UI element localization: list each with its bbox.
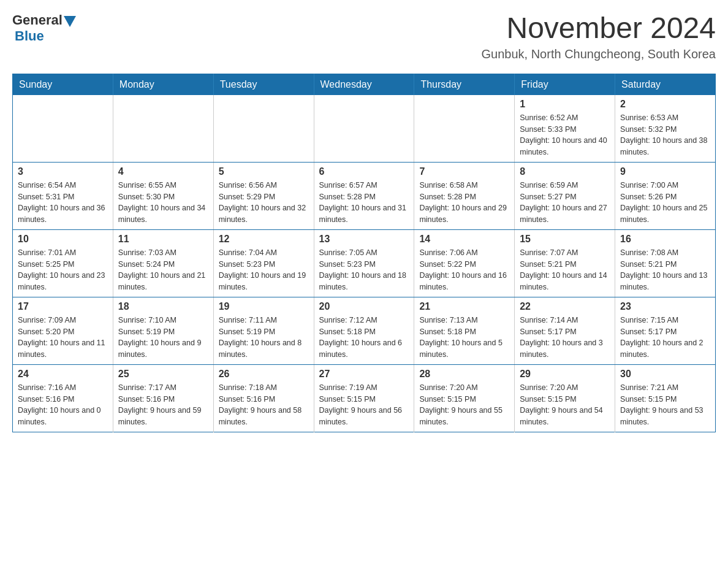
day-number: 3 [18, 166, 108, 177]
day-number: 20 [319, 301, 409, 312]
calendar-cell: 5Sunrise: 6:56 AM Sunset: 5:29 PM Daylig… [213, 162, 314, 229]
calendar-cell: 25Sunrise: 7:17 AM Sunset: 5:16 PM Dayli… [113, 364, 213, 432]
calendar-week-row: 1Sunrise: 6:52 AM Sunset: 5:33 PM Daylig… [13, 95, 716, 163]
day-number: 12 [219, 234, 309, 245]
day-info: Sunrise: 6:58 AM Sunset: 5:28 PM Dayligh… [419, 180, 509, 226]
day-number: 23 [620, 301, 710, 312]
weekday-header-friday: Friday [515, 74, 615, 95]
calendar-cell: 30Sunrise: 7:21 AM Sunset: 5:15 PM Dayli… [615, 364, 716, 432]
day-number: 30 [620, 369, 710, 380]
calendar-cell: 3Sunrise: 6:54 AM Sunset: 5:31 PM Daylig… [13, 162, 113, 229]
location-title: Gunbuk, North Chungcheong, South Korea [482, 47, 716, 61]
day-number: 28 [419, 369, 509, 380]
calendar-cell: 29Sunrise: 7:20 AM Sunset: 5:15 PM Dayli… [515, 364, 615, 432]
calendar-cell [113, 95, 213, 163]
calendar-cell: 8Sunrise: 6:59 AM Sunset: 5:27 PM Daylig… [515, 162, 615, 229]
calendar-week-row: 17Sunrise: 7:09 AM Sunset: 5:20 PM Dayli… [13, 297, 716, 364]
calendar-cell: 1Sunrise: 6:52 AM Sunset: 5:33 PM Daylig… [515, 95, 615, 163]
calendar-cell: 19Sunrise: 7:11 AM Sunset: 5:19 PM Dayli… [213, 297, 314, 364]
weekday-header-wednesday: Wednesday [314, 74, 414, 95]
calendar-cell: 10Sunrise: 7:01 AM Sunset: 5:25 PM Dayli… [13, 229, 113, 297]
calendar-cell: 14Sunrise: 7:06 AM Sunset: 5:22 PM Dayli… [414, 229, 515, 297]
day-number: 15 [520, 234, 610, 245]
day-info: Sunrise: 7:12 AM Sunset: 5:18 PM Dayligh… [319, 315, 409, 361]
calendar-cell: 21Sunrise: 7:13 AM Sunset: 5:18 PM Dayli… [414, 297, 515, 364]
page-header: General Blue November 2024 Gunbuk, North… [12, 12, 716, 61]
calendar-cell: 9Sunrise: 7:00 AM Sunset: 5:26 PM Daylig… [615, 162, 716, 229]
calendar-cell [213, 95, 314, 163]
day-info: Sunrise: 7:14 AM Sunset: 5:17 PM Dayligh… [520, 315, 610, 361]
calendar-cell [13, 95, 113, 163]
day-number: 8 [520, 166, 610, 177]
calendar-cell [314, 95, 414, 163]
day-number: 19 [219, 301, 309, 312]
day-info: Sunrise: 7:01 AM Sunset: 5:25 PM Dayligh… [18, 247, 108, 293]
day-number: 16 [620, 234, 710, 245]
day-number: 1 [520, 99, 610, 110]
day-number: 17 [18, 301, 108, 312]
title-block: November 2024 Gunbuk, North Chungcheong,… [482, 12, 716, 61]
calendar-cell: 4Sunrise: 6:55 AM Sunset: 5:30 PM Daylig… [113, 162, 213, 229]
weekday-header-thursday: Thursday [414, 74, 515, 95]
day-info: Sunrise: 6:53 AM Sunset: 5:32 PM Dayligh… [620, 112, 710, 158]
calendar-cell: 28Sunrise: 7:20 AM Sunset: 5:15 PM Dayli… [414, 364, 515, 432]
day-info: Sunrise: 7:13 AM Sunset: 5:18 PM Dayligh… [419, 315, 509, 361]
calendar-cell: 15Sunrise: 7:07 AM Sunset: 5:21 PM Dayli… [515, 229, 615, 297]
calendar-cell: 16Sunrise: 7:08 AM Sunset: 5:21 PM Dayli… [615, 229, 716, 297]
calendar-cell: 17Sunrise: 7:09 AM Sunset: 5:20 PM Dayli… [13, 297, 113, 364]
day-info: Sunrise: 7:11 AM Sunset: 5:19 PM Dayligh… [219, 315, 309, 361]
day-info: Sunrise: 7:00 AM Sunset: 5:26 PM Dayligh… [620, 180, 710, 226]
calendar-cell: 12Sunrise: 7:04 AM Sunset: 5:23 PM Dayli… [213, 229, 314, 297]
day-info: Sunrise: 6:52 AM Sunset: 5:33 PM Dayligh… [520, 112, 610, 158]
calendar-cell: 23Sunrise: 7:15 AM Sunset: 5:17 PM Dayli… [615, 297, 716, 364]
day-number: 22 [520, 301, 610, 312]
day-number: 7 [419, 166, 509, 177]
day-number: 9 [620, 166, 710, 177]
day-number: 2 [620, 99, 710, 110]
day-number: 29 [520, 369, 610, 380]
calendar-cell: 2Sunrise: 6:53 AM Sunset: 5:32 PM Daylig… [615, 95, 716, 163]
calendar-cell: 24Sunrise: 7:16 AM Sunset: 5:16 PM Dayli… [13, 364, 113, 432]
logo-arrow-icon [64, 16, 76, 27]
logo-general-text: General [12, 12, 63, 28]
calendar-cell: 11Sunrise: 7:03 AM Sunset: 5:24 PM Dayli… [113, 229, 213, 297]
day-info: Sunrise: 6:57 AM Sunset: 5:28 PM Dayligh… [319, 180, 409, 226]
logo: General Blue [12, 12, 76, 44]
day-number: 18 [118, 301, 208, 312]
day-number: 6 [319, 166, 409, 177]
day-number: 11 [118, 234, 208, 245]
calendar-cell: 7Sunrise: 6:58 AM Sunset: 5:28 PM Daylig… [414, 162, 515, 229]
weekday-header-tuesday: Tuesday [213, 74, 314, 95]
day-info: Sunrise: 7:10 AM Sunset: 5:19 PM Dayligh… [118, 315, 208, 361]
day-info: Sunrise: 7:06 AM Sunset: 5:22 PM Dayligh… [419, 247, 509, 293]
day-number: 21 [419, 301, 509, 312]
month-title: November 2024 [482, 12, 716, 45]
day-info: Sunrise: 7:20 AM Sunset: 5:15 PM Dayligh… [419, 382, 509, 428]
day-number: 13 [319, 234, 409, 245]
day-number: 26 [219, 369, 309, 380]
weekday-header-sunday: Sunday [13, 74, 113, 95]
day-info: Sunrise: 7:03 AM Sunset: 5:24 PM Dayligh… [118, 247, 208, 293]
day-number: 27 [319, 369, 409, 380]
day-number: 14 [419, 234, 509, 245]
calendar-table: SundayMondayTuesdayWednesdayThursdayFrid… [12, 74, 716, 432]
calendar-week-row: 3Sunrise: 6:54 AM Sunset: 5:31 PM Daylig… [13, 162, 716, 229]
calendar-week-row: 24Sunrise: 7:16 AM Sunset: 5:16 PM Dayli… [13, 364, 716, 432]
day-info: Sunrise: 6:55 AM Sunset: 5:30 PM Dayligh… [118, 180, 208, 226]
day-info: Sunrise: 7:18 AM Sunset: 5:16 PM Dayligh… [219, 382, 309, 428]
day-info: Sunrise: 7:07 AM Sunset: 5:21 PM Dayligh… [520, 247, 610, 293]
weekday-header-saturday: Saturday [615, 74, 716, 95]
day-number: 24 [18, 369, 108, 380]
day-number: 5 [219, 166, 309, 177]
day-info: Sunrise: 7:05 AM Sunset: 5:23 PM Dayligh… [319, 247, 409, 293]
day-info: Sunrise: 6:59 AM Sunset: 5:27 PM Dayligh… [520, 180, 610, 226]
day-info: Sunrise: 7:08 AM Sunset: 5:21 PM Dayligh… [620, 247, 710, 293]
day-number: 10 [18, 234, 108, 245]
day-info: Sunrise: 7:19 AM Sunset: 5:15 PM Dayligh… [319, 382, 409, 428]
day-number: 4 [118, 166, 208, 177]
day-info: Sunrise: 7:21 AM Sunset: 5:15 PM Dayligh… [620, 382, 710, 428]
day-info: Sunrise: 7:17 AM Sunset: 5:16 PM Dayligh… [118, 382, 208, 428]
day-info: Sunrise: 7:09 AM Sunset: 5:20 PM Dayligh… [18, 315, 108, 361]
day-info: Sunrise: 6:54 AM Sunset: 5:31 PM Dayligh… [18, 180, 108, 226]
calendar-cell: 18Sunrise: 7:10 AM Sunset: 5:19 PM Dayli… [113, 297, 213, 364]
